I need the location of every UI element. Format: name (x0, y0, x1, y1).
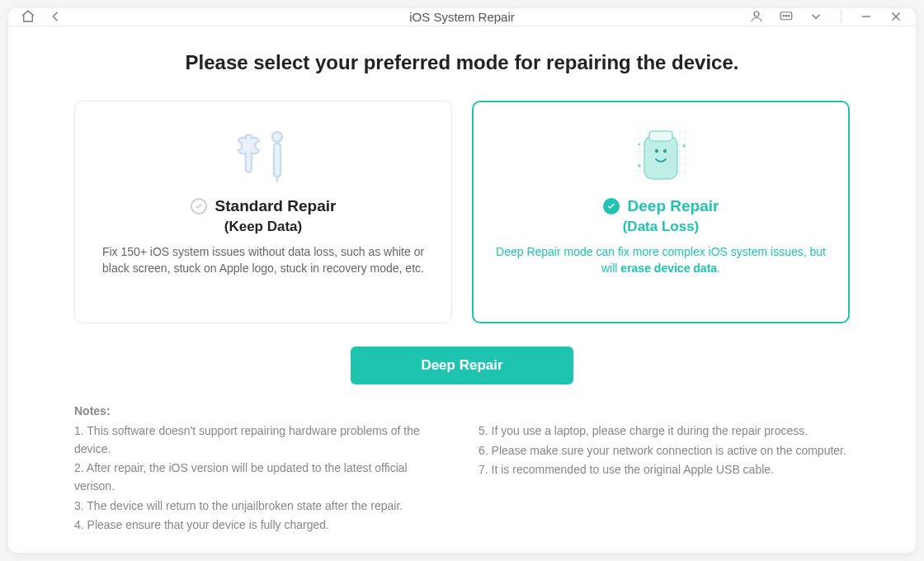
note-item: 2. After repair, the iOS version will be… (74, 460, 446, 495)
card-deep-repair[interactable]: Deep Repair (Data Loss) Deep Repair mode… (472, 101, 850, 323)
standard-card-desc: Fix 150+ iOS system issues without data … (97, 243, 430, 277)
notes-col-right: 5. If you use a laptop, please charge it… (478, 422, 850, 536)
svg-point-11 (663, 149, 667, 153)
close-icon[interactable] (888, 8, 904, 25)
svg-point-5 (272, 132, 282, 142)
notes-section: Notes: 1. This software doesn't support … (74, 404, 850, 536)
svg-point-12 (638, 164, 641, 167)
deep-repair-illustration (494, 125, 827, 192)
svg-point-4 (788, 16, 790, 17)
content: Please select your preferred mode for re… (8, 26, 916, 553)
deep-desc-strong: erase device data (620, 262, 717, 275)
svg-point-0 (754, 12, 759, 16)
app-window: iOS System Repair Please select your pre… (8, 8, 916, 553)
svg-rect-6 (274, 144, 280, 177)
titlebar-right (748, 8, 904, 25)
deep-card-title: Deep Repair (628, 197, 719, 215)
primary-action-button[interactable]: Deep Repair (351, 346, 573, 384)
chevron-down-icon[interactable] (808, 8, 824, 25)
user-icon[interactable] (748, 8, 765, 25)
note-item: 7. It is recommended to use the original… (478, 461, 850, 479)
minimize-icon[interactable] (858, 8, 874, 25)
note-item: 1. This software doesn't support repairi… (74, 422, 446, 458)
back-icon[interactable] (48, 8, 64, 25)
mode-cards: Standard Repair (Keep Data) Fix 150+ iOS… (74, 101, 850, 323)
home-icon[interactable] (20, 8, 36, 25)
radio-checked-icon (603, 198, 620, 214)
standard-repair-illustration (97, 125, 430, 192)
card-standard-repair[interactable]: Standard Repair (Keep Data) Fix 150+ iOS… (74, 101, 452, 323)
notes-col-left: 1. This software doesn't support repairi… (74, 422, 446, 536)
radio-unchecked-icon (191, 198, 207, 214)
note-item: 4. Please ensure that your device is ful… (74, 516, 446, 535)
deep-card-desc: Deep Repair mode can fix more complex iO… (494, 243, 827, 277)
standard-card-title: Standard Repair (215, 197, 337, 215)
page-headline: Please select your preferred mode for re… (74, 51, 850, 74)
notes-columns: 1. This software doesn't support repairi… (74, 422, 850, 536)
note-item: 6. Please make sure your network connect… (478, 442, 850, 460)
card-title-row: Standard Repair (97, 197, 430, 215)
svg-point-10 (655, 149, 658, 153)
note-item: 3. The device will return to the unjailb… (74, 497, 446, 516)
svg-point-13 (682, 144, 686, 148)
titlebar-left (20, 8, 64, 25)
svg-point-2 (783, 16, 785, 17)
titlebar: iOS System Repair (8, 8, 916, 26)
standard-card-subtitle: (Keep Data) (97, 219, 430, 235)
svg-point-3 (785, 16, 787, 17)
notes-heading: Notes: (74, 404, 850, 417)
deep-desc-suffix: . (717, 262, 720, 275)
svg-rect-8 (644, 136, 677, 179)
card-title-row: Deep Repair (494, 197, 827, 215)
feedback-icon[interactable] (778, 8, 794, 25)
deep-card-subtitle: (Data Loss) (494, 219, 827, 235)
svg-rect-9 (649, 131, 672, 141)
titlebar-divider (841, 10, 842, 23)
note-item: 5. If you use a laptop, please charge it… (478, 422, 850, 441)
